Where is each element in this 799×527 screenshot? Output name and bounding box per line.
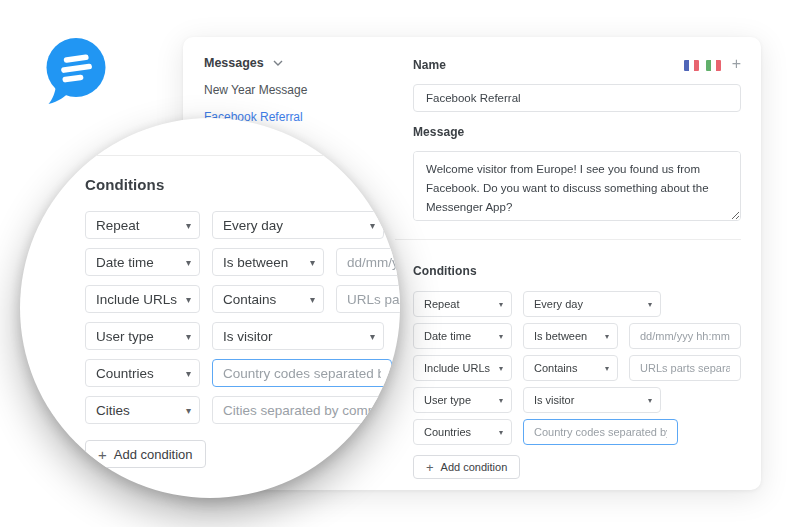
detail-panel: Name + Message Welcome visitor from Euro… [413,57,741,479]
condition-field-select[interactable]: Countries▾ [413,419,512,445]
condition-row: Date time▾Is between▾ [85,248,400,276]
chevron-down-icon: ▾ [186,220,191,231]
condition-field-select-label: User type [96,329,154,344]
sidebar-item-new-year-message[interactable]: New Year Message [204,83,394,97]
condition-field-select: Countries▾ [85,359,200,387]
condition-field-select-label: Countries [96,366,154,381]
condition-row: Cities▾ [85,396,400,424]
condition-field-select: User type▾ [85,322,200,350]
condition-operator-select[interactable]: Contains▾ [523,355,618,381]
condition-field-select: Repeat▾ [85,211,200,239]
condition-field-select-label: Countries [424,426,471,438]
language-switcher: + [677,57,741,73]
conditions-heading: Conditions [413,264,741,278]
chevron-down-icon: ▾ [370,220,375,231]
chevron-down-icon: ▾ [186,368,191,379]
condition-field-select[interactable]: Repeat▾ [413,291,512,317]
conditions-form-magnified: Repeat▾Every day▾Date time▾Is between▾In… [85,211,400,433]
chevron-down-icon: ▾ [499,300,503,309]
condition-row: Include URLs▾Contains▾ [413,355,741,381]
condition-field-select-label: Include URLs [424,362,490,374]
condition-field-select-label: Repeat [96,218,140,233]
page: Messages New Year Message Facebook Refer… [0,0,799,527]
messages-menu[interactable]: Messages [204,56,394,70]
chevron-down-icon: ▾ [310,257,315,268]
condition-row: Date time▾Is between▾ [413,323,741,349]
chevron-down-icon: ▾ [370,331,375,342]
chevron-down-icon: ▾ [648,300,652,309]
condition-operator-select-label: Is between [534,330,587,342]
condition-operator-select: Is between▾ [212,248,324,276]
chevron-down-icon: ▾ [186,405,191,416]
condition-value-input[interactable] [629,355,741,381]
condition-operator-select[interactable]: Every day▾ [523,291,661,317]
condition-value-input [336,285,400,313]
chevron-down-icon: ▾ [186,257,191,268]
conditions-heading-magnified: Conditions [85,176,164,193]
condition-operator-select-label: Contains [223,292,276,307]
condition-operator-select: Every day▾ [212,211,384,239]
chevron-down-icon: ▾ [605,332,609,341]
condition-row: Repeat▾Every day▾ [413,291,741,317]
condition-value-input[interactable] [629,323,741,349]
message-label: Message [413,125,741,139]
condition-row: Include URLs▾Contains▾ [85,285,400,313]
section-divider [395,239,741,240]
chevron-down-icon: ▾ [186,294,191,305]
add-language-button[interactable]: + [732,56,741,72]
condition-row: User type▾Is visitor▾ [413,387,741,413]
condition-operator-select-label: Is visitor [223,329,273,344]
condition-operator-select-label: Every day [534,298,583,310]
magnifier-circle: Conditions Repeat▾Every day▾Date time▾Is… [20,118,400,498]
chat-bubble-logo-icon [42,36,110,104]
messages-menu-label: Messages [204,56,264,70]
condition-row: User type▾Is visitor▾ [85,322,400,350]
add-condition-label: Add condition [441,461,508,473]
chevron-down-icon: ▾ [648,396,652,405]
name-input[interactable] [413,84,741,112]
condition-field-select[interactable]: Include URLs▾ [413,355,512,381]
condition-field-select: Include URLs▾ [85,285,200,313]
flag-italy-icon[interactable] [706,60,721,71]
condition-field-select-label: User type [424,394,471,406]
condition-field-select-label: Cities [96,403,130,418]
name-label: Name [413,58,446,72]
message-textarea[interactable]: Welcome visitor from Europe! I see you f… [413,151,741,221]
condition-field-select-label: Date time [96,255,154,270]
chevron-down-icon: ▾ [186,331,191,342]
add-condition-button-magnified: + Add condition [85,440,206,468]
condition-operator-select-label: Every day [223,218,283,233]
condition-field-select: Date time▾ [85,248,200,276]
condition-value-input[interactable] [523,419,678,445]
condition-field-select[interactable]: Date time▾ [413,323,512,349]
chevron-down-icon: ▾ [499,364,503,373]
condition-field-select: Cities▾ [85,396,200,424]
condition-operator-select-label: Contains [534,362,577,374]
condition-operator-select[interactable]: Is between▾ [523,323,618,349]
condition-row: Repeat▾Every day▾ [85,211,400,239]
chevron-down-icon: ▾ [499,332,503,341]
chevron-down-icon: ▾ [499,428,503,437]
plus-icon: + [426,460,434,475]
conditions-form: Repeat▾Every day▾Date time▾Is between▾In… [413,291,741,445]
add-condition-button[interactable]: + Add condition [413,455,520,479]
add-condition-label: Add condition [114,447,193,462]
condition-field-select-label: Repeat [424,298,459,310]
chevron-down-icon: ▾ [605,364,609,373]
chevron-down-icon [273,60,283,66]
condition-operator-select-label: Is visitor [534,394,574,406]
condition-value-input [212,359,392,387]
chevron-down-icon: ▾ [499,396,503,405]
plus-icon: + [98,446,107,463]
condition-row: Countries▾ [85,359,400,387]
condition-operator-select[interactable]: Is visitor▾ [523,387,661,413]
condition-field-select-label: Date time [424,330,471,342]
condition-row: Countries▾ [413,419,741,445]
condition-operator-select: Contains▾ [212,285,324,313]
chevron-down-icon: ▾ [310,294,315,305]
condition-operator-select-label: Is between [223,255,288,270]
flag-france-icon[interactable] [684,60,699,71]
condition-value-input [336,248,400,276]
condition-field-select-label: Include URLs [96,292,177,307]
condition-field-select[interactable]: User type▾ [413,387,512,413]
